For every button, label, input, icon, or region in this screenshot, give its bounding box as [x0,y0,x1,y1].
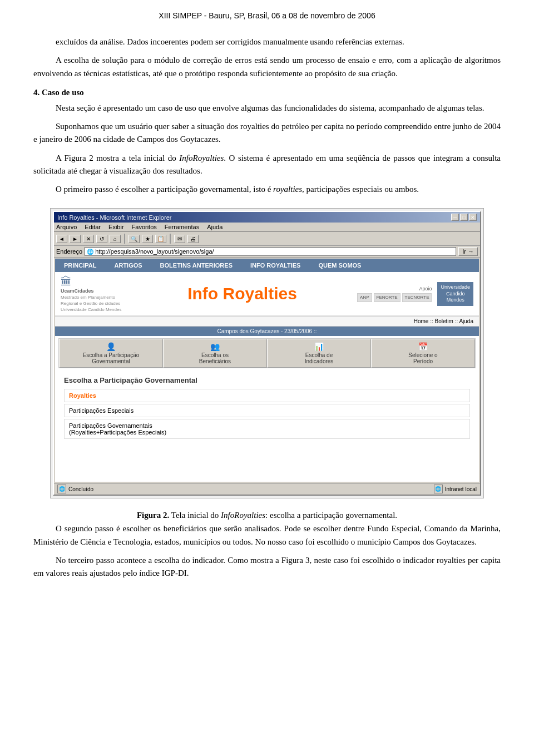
paragraph-4: Suponhamos que um usuário quer saber a s… [33,120,501,146]
nav-quemsomos[interactable]: QUEM SOMOS [309,259,370,272]
paragraph-3: Nesta seção é apresentado um caso de uso… [33,102,501,115]
browser-window: Info Royalties - Microsoft Internet Expl… [53,211,481,496]
figure-2-container: Info Royalties - Microsoft Internet Expl… [50,208,484,498]
paragraph-6: O primeiro passo é escolher a participaç… [33,183,501,196]
menu-editar[interactable]: Editar [85,224,101,230]
logo-area: 🏛 UcamCidades Mestrado em Planejamento R… [61,275,127,312]
paragraph-5: A Figura 2 mostra a tela inicial do Info… [33,152,501,178]
go-button[interactable]: Ir → [458,247,478,256]
nav-artigos[interactable]: ARTIGOS [105,259,151,272]
right-logos: Apoio ANP FENORTE TECNORTE UniversidadeC… [357,282,473,306]
main-content-area: Escolha a Participação Governamental Roy… [55,370,479,482]
address-label: Endereço [56,248,82,255]
step-1-label: Escolha a ParticipaçãoGovernamental [64,352,158,364]
step-4-icon: 📅 [376,342,470,351]
figure-caption-bold: Figura 2. [137,511,169,520]
search-button[interactable]: 🔍 [128,235,140,243]
header-title: XIII SIMPEP - Bauru, SP, Brasil, 06 a 08… [159,11,375,20]
logo-tecnorte: TECNORTE [402,293,432,302]
status-text: Concluído [68,486,93,492]
menu-ajuda[interactable]: Ajuda [207,224,222,230]
browser-statusbar: 🌐 Concluído 🌐 Intranet local [54,483,480,495]
site-header-area: 🏛 UcamCidades Mestrado em Planejamento R… [55,272,479,316]
logo-fenorte: FENORTE [374,293,400,302]
figure-caption-italic: InfoRoyalties [221,511,265,520]
step-3-label: Escolha deIndicadores [272,352,366,364]
breadcrumb-bar: Home :: Boletim :: Ajuda [55,316,479,327]
address-input[interactable]: 🌐 http://pesquisa3/novo_layout/sigenovo/… [85,247,456,256]
site-title: Info Royalties [127,284,357,303]
section-4-title: 4. Caso de uso [33,88,501,97]
menu-arquivo[interactable]: Arquivo [56,224,77,230]
figure-caption: Figura 2. Tela inicial do InfoRoyalties:… [33,511,501,520]
city-date-bar: Campos dos Goytacazes - 23/05/2006 :: [55,327,479,336]
step-1-icon: 👤 [64,342,158,351]
back-button[interactable]: ◄ [56,235,67,243]
forward-button[interactable]: ► [70,235,81,243]
refresh-button[interactable]: ↺ [96,235,107,243]
minimize-button[interactable]: ─ [451,214,459,221]
mail-button[interactable]: ✉ [174,235,185,243]
status-icon: 🌐 [57,485,66,493]
choice-especiais[interactable]: Participações Especiais [64,404,470,417]
history-button[interactable]: 📋 [155,235,166,243]
home-button[interactable]: ⌂ [110,235,121,243]
nav-principal[interactable]: PRINCIPAL [55,259,105,272]
browser-titlebar: Info Royalties - Microsoft Internet Expl… [54,212,480,223]
browser-toolbar: ◄ ► ✕ ↺ ⌂ 🔍 ★ 📋 ✉ 🖨 [54,232,480,246]
paragraph-1: excluídos da análise. Dados incoerentes … [33,36,501,48]
step-4-label: Selecione oPeríodo [376,352,470,364]
paragraph-7: O segundo passo é escolher os beneficiár… [33,522,501,549]
breadcrumb-text: Home :: Boletim :: Ajuda [414,318,473,324]
page-header: XIII SIMPEP - Bauru, SP, Brasil, 06 a 08… [33,11,501,20]
step-navigation: 👤 Escolha a ParticipaçãoGovernamental 👥 … [58,338,476,368]
paragraph-8: No terceiro passo acontece a escolha do … [33,554,501,580]
maximize-button[interactable]: □ [460,214,468,221]
step-4[interactable]: 📅 Selecione oPeríodo [371,339,475,368]
paragraph-2: A escolha de solução para o módulo de co… [33,54,501,80]
logo-text: UcamCidades Mestrado em Planejamento Reg… [61,288,127,312]
menu-exibir[interactable]: Exibir [108,224,124,230]
menu-ferramentas[interactable]: Ferramentas [165,224,199,230]
step-3[interactable]: 📊 Escolha deIndicadores [267,339,371,368]
address-bar: Endereço 🌐 http://pesquisa3/novo_layout/… [54,246,480,258]
step-1[interactable]: 👤 Escolha a ParticipaçãoGovernamental [59,339,163,368]
step-2-icon: 👥 [168,342,262,351]
browser-menubar: Arquivo Editar Exibir Favoritos Ferramen… [54,223,480,232]
ucam-icon: 🏛 [61,275,127,288]
step-2[interactable]: 👥 Escolha osBeneficiários [163,339,267,368]
favorites-button[interactable]: ★ [142,235,153,243]
site-content: PRINCIPAL ARTIGOS BOLETINS ANTERIORES IN… [55,259,479,482]
browser-title: Info Royalties - Microsoft Internet Expl… [57,214,171,221]
logo-anp: ANP [357,293,372,302]
main-heading: Escolha a Participação Governamental [64,376,470,384]
print-button[interactable]: 🖨 [187,235,199,243]
choice-governamentais[interactable]: Participações Governamentais(Royalties+P… [64,419,470,439]
step-2-label: Escolha osBeneficiários [168,352,262,364]
intranet-icon: 🌐 [434,485,443,493]
nav-inforoyalties[interactable]: INFO ROYALTIES [241,259,309,272]
close-button[interactable]: ✕ [469,214,477,221]
titlebar-buttons[interactable]: ─ □ ✕ [451,214,477,221]
site-navigation: PRINCIPAL ARTIGOS BOLETINS ANTERIORES IN… [55,259,479,272]
menu-favoritos[interactable]: Favoritos [132,224,157,230]
step-3-icon: 📊 [272,342,366,351]
status-right: Intranet local [445,486,477,492]
choice-list: Royalties Participações Especiais Partic… [64,389,470,439]
choice-royalties[interactable]: Royalties [64,389,470,402]
stop-button[interactable]: ✕ [83,235,94,243]
nav-boletins[interactable]: BOLETINS ANTERIORES [151,259,241,272]
